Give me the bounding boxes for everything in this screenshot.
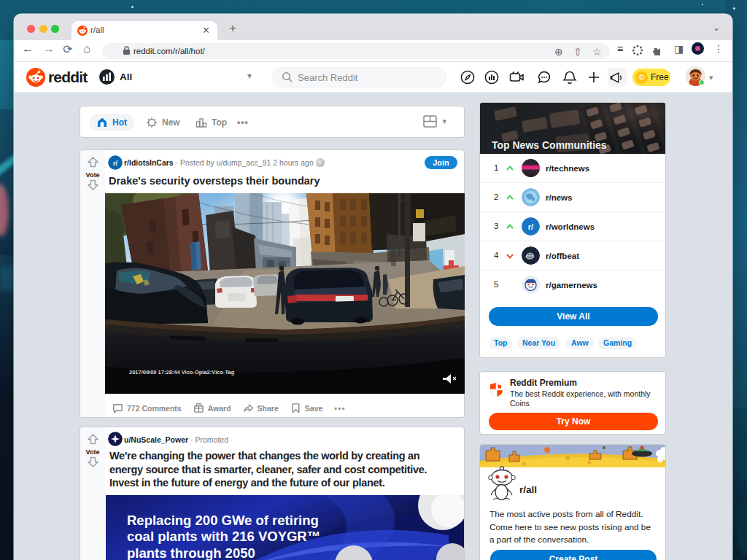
- svg-text:plants through 2050: plants through 2050: [127, 545, 255, 560]
- svg-text:Top News Communities: Top News Communities: [492, 139, 607, 151]
- svg-text:coal plants with 216 VOYGR™: coal plants with 216 VOYGR™: [127, 529, 320, 544]
- svg-text:r/: r/: [113, 160, 118, 167]
- svg-text:Replacing 200 GWe of retiring: Replacing 200 GWe of retiring: [127, 513, 319, 528]
- svg-text:r/: r/: [528, 222, 533, 231]
- svg-text:2017/09/09 17:28:44 Vico-Opia2: 2017/09/09 17:28:44 Vico-Opia2:Vico-Tag: [129, 369, 235, 376]
